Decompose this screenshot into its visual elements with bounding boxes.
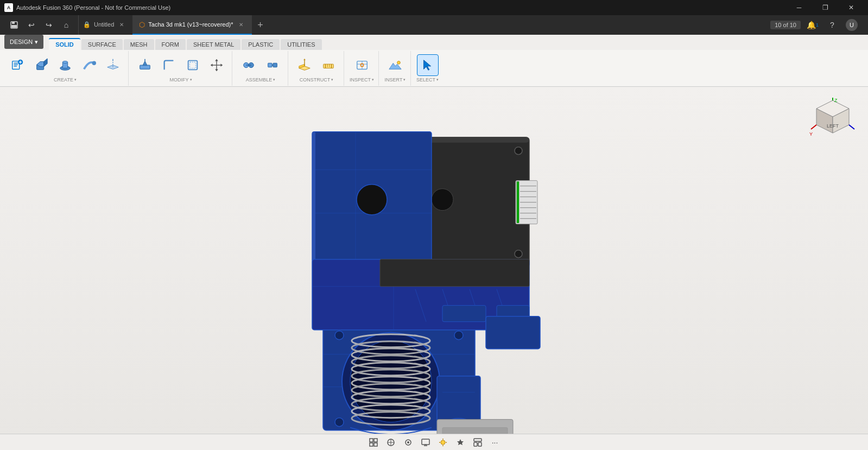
account-btn[interactable]: U — [844, 17, 859, 33]
svg-rect-108 — [442, 305, 486, 321]
insert-group: INSERT▾ — [380, 51, 411, 86]
svg-rect-2 — [11, 25, 17, 28]
svg-rect-61 — [517, 181, 519, 223]
3d-viewport[interactable]: LEFT Z Y — [0, 87, 868, 450]
svg-rect-34 — [268, 63, 272, 67]
measure-button[interactable] — [318, 54, 339, 76]
select-button[interactable] — [417, 54, 439, 76]
tab-mesh[interactable]: MESH — [124, 39, 154, 50]
snap-icon[interactable] — [402, 436, 415, 449]
tab-tacha[interactable]: ⬡ Tacha 3d mk1 (v13~recovered)* ✕ — [132, 15, 251, 35]
modify-group: MODIFY▾ — [130, 51, 232, 86]
origin-icon[interactable] — [384, 436, 397, 449]
svg-rect-142 — [478, 442, 481, 446]
svg-point-130 — [407, 441, 409, 443]
display-icon[interactable] — [419, 436, 432, 449]
tab-surface[interactable]: SURFACE — [81, 39, 123, 50]
svg-line-121 — [849, 125, 854, 129]
sweep-button[interactable] — [78, 54, 100, 76]
extrude-button[interactable] — [30, 54, 52, 76]
svg-rect-140 — [474, 439, 481, 441]
svg-rect-131 — [422, 439, 429, 445]
construct-label: CONSTRUCT▾ — [300, 77, 334, 83]
svg-rect-110 — [486, 316, 540, 348]
tab-plastic[interactable]: PLASTIC — [242, 39, 280, 50]
joint-origin-button[interactable] — [262, 54, 283, 76]
svg-text:Y: Y — [809, 131, 813, 137]
svg-point-80 — [454, 331, 463, 339]
more-icon[interactable]: ··· — [489, 436, 502, 449]
new-component-button[interactable] — [7, 54, 28, 76]
tab-close-tacha[interactable]: ✕ — [237, 20, 245, 29]
svg-marker-28 — [215, 69, 218, 71]
window-title: Autodesk Fusion 360 (Personal - Not for … — [16, 4, 787, 11]
viewcube[interactable]: LEFT Z Y — [808, 98, 852, 141]
svg-point-74 — [357, 184, 387, 214]
svg-point-15 — [62, 61, 67, 63]
help-btn[interactable]: ? — [825, 17, 840, 33]
create-group: CREATE▾ — [2, 51, 129, 86]
svg-marker-21 — [143, 61, 147, 65]
press-pull-button[interactable] — [134, 54, 156, 76]
svg-text:Z: Z — [834, 98, 838, 103]
svg-marker-17 — [107, 65, 118, 69]
undo-btn[interactable]: ↩ — [24, 17, 39, 33]
effects-icon[interactable] — [454, 436, 467, 449]
tab-solid[interactable]: SOLID — [49, 38, 80, 50]
quick-save-btn[interactable] — [7, 17, 22, 33]
layout-icon[interactable] — [471, 436, 484, 449]
svg-marker-40 — [303, 58, 306, 60]
select-group: SELECT▾ — [412, 51, 443, 86]
svg-rect-20 — [140, 65, 150, 69]
tool-tabs-row: DESIGN ▾ SOLID SURFACE MESH FORM SHEET M… — [0, 35, 868, 50]
svg-point-51 — [397, 61, 401, 64]
svg-line-119 — [811, 125, 816, 129]
grid-icon[interactable] — [367, 436, 380, 449]
tab-form[interactable]: FORM — [155, 39, 186, 50]
home-btn[interactable]: ⌂ — [59, 17, 74, 33]
joint-button[interactable] — [238, 54, 259, 76]
tab-counter: 10 of 10 — [770, 21, 801, 29]
design-dropdown[interactable]: DESIGN ▾ — [4, 35, 43, 49]
svg-rect-103 — [380, 259, 529, 286]
tab-utilities[interactable]: UTILITIES — [281, 39, 321, 50]
construct-group: CONSTRUCT▾ — [289, 51, 344, 86]
minimize-button[interactable]: ─ — [787, 0, 812, 15]
tab-sheet-metal[interactable]: SHEET METAL — [187, 39, 240, 50]
svg-rect-24 — [189, 62, 195, 68]
insert-button[interactable] — [384, 54, 406, 76]
restore-button[interactable]: ❐ — [813, 0, 838, 15]
move-button[interactable] — [206, 54, 227, 76]
inspect-group: INSPECT▾ — [345, 51, 379, 86]
create-label: CREATE▾ — [54, 77, 77, 83]
tabbar: ↩ ↪ ⌂ 🔒 Untitled ✕ ⬡ Tacha 3d mk1 (v13~r… — [0, 15, 868, 35]
assemble-group: ASSEMBLE▾ — [233, 51, 288, 86]
svg-point-16 — [92, 61, 96, 65]
svg-rect-41 — [324, 64, 334, 68]
toolbar: DESIGN ▾ SOLID SURFACE MESH FORM SHEET M… — [0, 35, 868, 87]
tool-buttons-row: CREATE▾ — [0, 50, 868, 86]
svg-marker-12 — [44, 58, 48, 66]
close-button[interactable]: ✕ — [839, 0, 864, 15]
svg-marker-27 — [215, 59, 218, 61]
titlebar: A Autodesk Fusion 360 (Personal - Not fo… — [0, 0, 868, 15]
revolve-button[interactable] — [54, 54, 76, 76]
tab-close-untitled[interactable]: ✕ — [117, 20, 126, 29]
inspect-label: INSPECT▾ — [350, 77, 374, 83]
construction-plane-button[interactable] — [102, 54, 124, 76]
notification-btn[interactable]: 🔔1 — [805, 17, 820, 33]
shell-button[interactable] — [182, 54, 204, 76]
redo-btn[interactable]: ↪ — [41, 17, 56, 33]
app-icon: A — [4, 3, 13, 12]
insert-label: INSERT▾ — [385, 77, 406, 83]
construct-plane-button[interactable] — [294, 54, 315, 76]
svg-point-59 — [432, 188, 453, 210]
3d-model — [285, 126, 584, 442]
add-tab-button[interactable]: + — [252, 15, 269, 35]
environment-icon[interactable] — [436, 436, 449, 449]
tab-untitled[interactable]: 🔒 Untitled ✕ — [79, 15, 132, 35]
modify-label: MODIFY▾ — [170, 77, 192, 83]
inspect-button[interactable] — [351, 54, 373, 76]
svg-rect-124 — [370, 443, 373, 446]
fillet-button[interactable] — [158, 54, 180, 76]
